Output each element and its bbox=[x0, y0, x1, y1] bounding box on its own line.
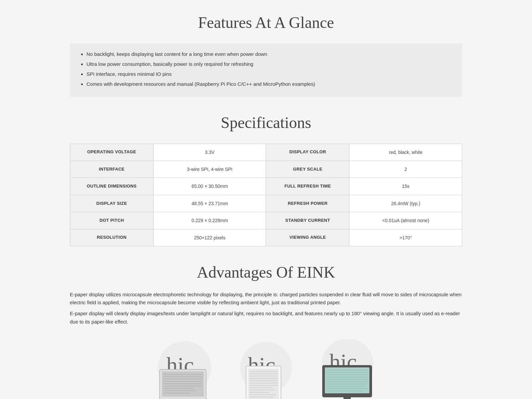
table-row: OPERATING VOLTAGE3.3VDISPLAY COLORred, b… bbox=[70, 144, 462, 161]
a4paper-image: hic bbox=[236, 339, 296, 399]
svg-rect-34 bbox=[325, 367, 369, 393]
spec-left-label: OUTLINE DIMENSIONS bbox=[70, 178, 154, 195]
spec-right-value: 26.4mW (typ.) bbox=[349, 195, 462, 212]
spec-left-value: 3-wire SPI, 4-wire SPI bbox=[153, 161, 266, 178]
feature-item: No backlight, keeps displaying last cont… bbox=[86, 50, 452, 58]
advantages-paragraph: E-paper display will clearly display ima… bbox=[70, 310, 462, 326]
epaper-item: hic bbox=[153, 339, 216, 399]
features-list: No backlight, keeps displaying last cont… bbox=[83, 50, 452, 88]
spec-right-value: 15s bbox=[349, 178, 462, 195]
lcd-item: hic bbox=[316, 339, 379, 399]
table-row: INTERFACE3-wire SPI, 4-wire SPIGREY SCAL… bbox=[70, 161, 462, 178]
spec-left-label: RESOLUTION bbox=[70, 229, 154, 246]
spec-left-label: DOT PITCH bbox=[70, 212, 154, 229]
spec-left-label: OPERATING VOLTAGE bbox=[70, 144, 154, 161]
spec-left-label: INTERFACE bbox=[70, 161, 154, 178]
svg-rect-45 bbox=[343, 397, 351, 399]
spec-right-value: red, black, white bbox=[349, 144, 462, 161]
spec-left-value: 0.229 × 0.228mm bbox=[153, 212, 266, 229]
svg-rect-18 bbox=[248, 369, 279, 399]
table-row: OUTLINE DIMENSIONS65.00 × 30.50mmFULL RE… bbox=[70, 178, 462, 195]
images-row: hic bbox=[70, 339, 462, 399]
lcd-image: hic bbox=[316, 339, 379, 399]
spec-right-label: STANDBY CURRENT bbox=[266, 212, 349, 229]
spec-left-value: 48.55 × 23.71mm bbox=[153, 195, 266, 212]
spec-right-label: DISPLAY COLOR bbox=[266, 144, 349, 161]
spec-left-value: 3.3V bbox=[153, 144, 266, 161]
specs-table: OPERATING VOLTAGE3.3VDISPLAY COLORred, b… bbox=[70, 144, 462, 246]
advantages-paragraph: E-paper display utilizes microcapsule el… bbox=[70, 291, 462, 307]
spec-left-value: 250×122 pixels bbox=[153, 229, 266, 246]
spec-right-value: <0.01uA (almost none) bbox=[349, 212, 462, 229]
table-row: RESOLUTION250×122 pixelsVIEWING ANGLE>17… bbox=[70, 229, 462, 246]
advantages-section: Advantages Of EINK E-paper display utili… bbox=[70, 260, 462, 399]
page-wrapper: Features At A Glance No backlight, keeps… bbox=[57, 0, 475, 399]
table-row: DISPLAY SIZE48.55 × 23.71mmREFRESH POWER… bbox=[70, 195, 462, 212]
feature-item: Ultra low power consumption, basically p… bbox=[86, 60, 452, 68]
spec-right-label: REFRESH POWER bbox=[266, 195, 349, 212]
specs-title: Specifications bbox=[70, 110, 462, 136]
features-box: No backlight, keeps displaying last cont… bbox=[70, 44, 462, 97]
spec-left-value: 65.00 × 30.50mm bbox=[153, 178, 266, 195]
table-row: DOT PITCH0.229 × 0.228mmSTANDBY CURRENT<… bbox=[70, 212, 462, 229]
spec-right-value: >170° bbox=[349, 229, 462, 246]
feature-item: Comes with development resources and man… bbox=[86, 80, 452, 88]
a4paper-item: hic bbox=[236, 339, 296, 399]
svg-rect-3 bbox=[162, 371, 204, 397]
spec-right-value: 2 bbox=[349, 161, 462, 178]
features-title: Features At A Glance bbox=[70, 10, 462, 36]
feature-item: SPI interface, requires minimal IO pins bbox=[86, 70, 452, 78]
epaper-image: hic bbox=[153, 339, 216, 399]
spec-right-label: VIEWING ANGLE bbox=[266, 229, 349, 246]
specifications-section: Specifications OPERATING VOLTAGE3.3VDISP… bbox=[70, 110, 462, 246]
spec-left-label: DISPLAY SIZE bbox=[70, 195, 154, 212]
spec-right-label: FULL REFRESH TIME bbox=[266, 178, 349, 195]
spec-right-label: GREY SCALE bbox=[266, 161, 349, 178]
advantages-title: Advantages Of EINK bbox=[70, 260, 462, 285]
